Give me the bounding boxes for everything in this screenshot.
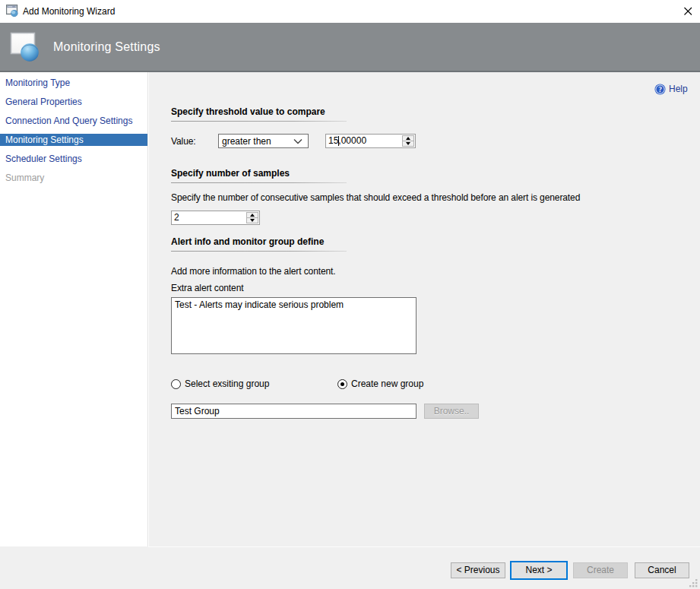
sidebar-item-connection-and-query-settings[interactable]: Connection And Query Settings (0, 115, 147, 127)
threshold-section-heading: Specify threshold value to compare (171, 106, 325, 117)
sidebar-item-monitoring-settings[interactable]: Monitoring Settings (0, 134, 147, 146)
add-monitoring-wizard-window: Add Monitoring Wizard (0, 0, 700, 589)
spin-up-button[interactable] (247, 213, 258, 218)
alert-group-section-heading: Alert info and monitor group define (171, 236, 324, 247)
samples-count-spinner[interactable]: 2 (171, 211, 260, 225)
wizard-window-icon (6, 5, 18, 17)
spinner-buttons (246, 212, 258, 223)
spinner-buttons (402, 135, 414, 147)
sidebar-item-summary: Summary (0, 172, 147, 184)
help-label: Help (669, 84, 688, 94)
wizard-footer: < Previous Next > Create Cancel (0, 546, 700, 589)
spin-down-button[interactable] (247, 218, 258, 223)
help-link[interactable]: ? Help (654, 83, 688, 95)
create-new-group-radio[interactable]: Create new group (337, 378, 423, 389)
monitoring-settings-icon (9, 30, 41, 65)
spin-up-button[interactable] (403, 136, 413, 141)
title-bar: Add Monitoring Wizard (0, 0, 700, 23)
window-title: Add Monitoring Wizard (23, 6, 115, 17)
svg-text:?: ? (658, 86, 662, 93)
threshold-section-divider (171, 121, 347, 122)
select-existing-group-label: Select exsiting group (185, 378, 269, 389)
resize-grip[interactable] (689, 579, 698, 588)
samples-section-divider (171, 182, 347, 183)
wizard-content: ? Help Specify threshold value to compar… (149, 72, 700, 546)
samples-count-text: 2 (174, 212, 179, 223)
create-button: Create (573, 562, 628, 578)
arrow-down-icon (250, 219, 255, 222)
wizard-steps-sidebar: Monitoring Type General Properties Conne… (0, 72, 148, 546)
arrow-down-icon (406, 142, 410, 145)
chevron-down-icon (293, 138, 302, 144)
extra-alert-content-textarea[interactable]: Test - Alerts may indicate serious probl… (171, 297, 417, 354)
samples-description: Specify the number of consecutive sample… (171, 192, 580, 203)
extra-alert-content-label: Extra alert content (171, 283, 243, 293)
group-name-input[interactable] (171, 404, 417, 419)
sidebar-item-general-properties[interactable]: General Properties (0, 96, 147, 108)
alert-group-description: Add more information to the alert conten… (171, 266, 336, 277)
group-choice-radios: Select exsiting group Create new group (171, 378, 673, 389)
alert-group-section-divider (171, 251, 347, 252)
radio-checked-icon (337, 379, 347, 389)
close-icon (679, 2, 696, 19)
operator-dropdown-value: greater then (219, 136, 271, 147)
previous-button[interactable]: < Previous (451, 562, 505, 578)
samples-section-heading: Specify number of samples (171, 168, 290, 179)
operator-dropdown[interactable]: greater then (218, 134, 309, 148)
sidebar-item-scheduler-settings[interactable]: Scheduler Settings (0, 153, 147, 165)
radio-unchecked-icon (171, 379, 181, 389)
next-button[interactable]: Next > (510, 561, 568, 580)
create-new-group-label: Create new group (351, 378, 423, 389)
value-label: Value: (171, 136, 196, 147)
sidebar-item-monitoring-type[interactable]: Monitoring Type (0, 77, 147, 89)
help-icon: ? (654, 84, 666, 95)
threshold-value-text: 15,00000 (328, 135, 366, 147)
browse-button: Browse.. (424, 404, 479, 419)
page-title: Monitoring Settings (53, 40, 160, 54)
arrow-up-icon (250, 214, 255, 217)
text-caret (338, 136, 339, 146)
cancel-button[interactable]: Cancel (635, 562, 689, 578)
close-button[interactable] (679, 2, 696, 19)
wizard-body: Monitoring Type General Properties Conne… (0, 72, 700, 546)
threshold-value-spinner[interactable]: 15,00000 (325, 134, 416, 148)
arrow-up-icon (406, 137, 410, 140)
select-existing-group-radio[interactable]: Select exsiting group (171, 378, 269, 389)
wizard-header-banner: Monitoring Settings (0, 23, 700, 72)
spin-down-button[interactable] (403, 141, 413, 146)
